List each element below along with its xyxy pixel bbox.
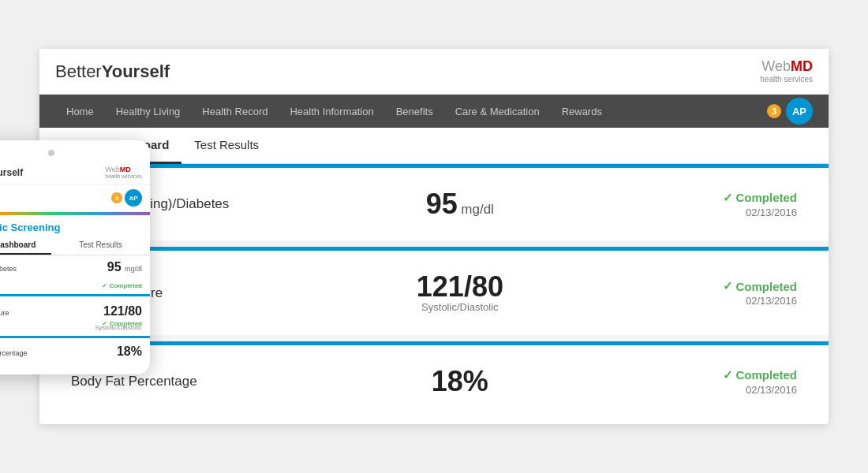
metric-section-body-fat: Body Fat Percentage 18% ✓ Completed 02/1…: [39, 341, 829, 418]
nav-item-home[interactable]: Home: [55, 95, 105, 128]
nav-item-rewards[interactable]: Rewards: [551, 95, 613, 128]
nav-item-health-record[interactable]: Health Record: [191, 95, 279, 128]
mobile-device-overlay: BetterYourself WebMD health services ☰ 3…: [0, 140, 150, 374]
metric-section-glucose: Glucose (fasting)/Diabetes 95 mg/dl ✓ Co…: [39, 164, 829, 240]
metric-value-body-fat: 18%: [331, 367, 590, 396]
metric-status-body-fat: ✓ Completed 02/13/2016: [589, 368, 797, 396]
metric-name-body-fat: Body Fat Percentage: [71, 374, 331, 389]
nav-items: Home Healthy Living Health Record Health…: [55, 95, 767, 128]
metric-value-glucose: 95 mg/dl: [331, 190, 590, 218]
mobile-avatar-badge: 3 AP: [111, 189, 142, 207]
main-content: BetterYourself WebMD health services ☰ 3…: [39, 164, 829, 418]
metric-status-glucose: ✓ Completed 02/13/2016: [589, 191, 797, 218]
metric-status-blood-pressure: ✓ Completed 02/13/2016: [589, 279, 797, 307]
mobile-webmd: WebMD health services: [105, 166, 142, 179]
nav-right: 3 AP: [767, 98, 813, 125]
tabs-bar: Health Dashboard Test Results: [39, 128, 829, 164]
notification-badge[interactable]: 3: [767, 104, 781, 118]
top-bar: BetterYourself WebMD health services: [39, 49, 829, 95]
app-logo: BetterYourself: [55, 61, 170, 82]
metric-section-blood-pressure: Blood Pressure 121/80 Systolic/Diastolic…: [39, 247, 829, 335]
mobile-metric-glucose: Glucose/Diabetes(Fasting) 95 mg/dl 02/13…: [0, 255, 150, 296]
mobile-section-title: Biometric Screening: [0, 215, 150, 236]
mobile-notification-badge: 3: [111, 192, 122, 203]
tab-test-results[interactable]: Test Results: [181, 128, 271, 164]
metric-row-body-fat: Body Fat Percentage 18% ✓ Completed 02/1…: [39, 345, 829, 418]
mobile-metric-blood-pressure: Blood Pressure 121/80 02/13/2016 ✓ Compl…: [0, 300, 150, 338]
metric-value-blood-pressure: 121/80 Systolic/Diastolic: [331, 273, 590, 313]
nav-item-benefits[interactable]: Benefits: [385, 95, 444, 128]
mobile-tab-health-dashboard[interactable]: Health Dashboard: [0, 236, 51, 255]
metric-row-blood-pressure: Blood Pressure 121/80 Systolic/Diastolic…: [39, 251, 829, 335]
nav-bar: Home Healthy Living Health Record Health…: [39, 95, 829, 128]
mobile-header: BetterYourself WebMD health services: [0, 162, 150, 184]
nav-item-health-information[interactable]: Health Information: [279, 95, 384, 128]
mobile-avatar: AP: [125, 189, 142, 207]
webmd-logo: WebMD health services: [760, 58, 813, 85]
mobile-logo: BetterYourself: [0, 167, 23, 178]
metric-row-glucose: Glucose (fasting)/Diabetes 95 mg/dl ✓ Co…: [39, 168, 829, 240]
mobile-tab-test-results[interactable]: Test Results: [51, 236, 150, 255]
avatar[interactable]: AP: [786, 98, 813, 125]
mobile-top-dot: [48, 150, 54, 156]
nav-item-healthy-living[interactable]: Healthy Living: [105, 95, 192, 128]
mobile-nav-bar: ☰ 3 AP: [0, 184, 150, 212]
mobile-tabs: Health Dashboard Test Results: [0, 236, 150, 255]
nav-item-care-medication[interactable]: Care & Medication: [444, 95, 551, 128]
mobile-metric-body-fat: Body Fat Percentage 18%: [0, 341, 150, 362]
